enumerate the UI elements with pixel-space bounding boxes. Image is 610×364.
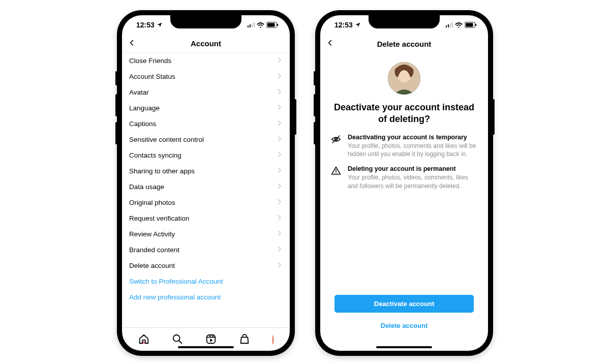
tab-profile[interactable]: [272, 336, 273, 345]
back-button[interactable]: [128, 39, 135, 48]
list-item-label: Delete account: [129, 262, 175, 269]
link-add-professional[interactable]: Add new professional account: [122, 289, 290, 305]
list-item-label: Close Friends: [129, 57, 171, 65]
location-icon: [157, 22, 163, 28]
item-account-status[interactable]: Account Status: [122, 69, 290, 84]
phone-right: 12:53 Delete account: [315, 10, 493, 356]
svg-line-15: [332, 136, 340, 143]
info-row-delete: Deleting your account is permanent Your …: [330, 165, 478, 190]
item-language[interactable]: Language: [122, 100, 290, 116]
list-item-label: Review Activity: [129, 230, 175, 238]
warning-icon: [330, 165, 342, 190]
chevron-right-icon: [278, 73, 282, 80]
status-time: 12:53: [136, 21, 155, 29]
wifi-icon: [257, 22, 264, 28]
list-item-label: Account Status: [129, 73, 175, 80]
item-avatar[interactable]: Avatar: [122, 84, 290, 100]
deactivate-heading: Deactivate your account instead of delet…: [330, 102, 478, 125]
item-request-verification[interactable]: Request verification: [122, 210, 290, 226]
delete-account-content: Deactivate your account instead of delet…: [320, 53, 488, 351]
svg-rect-5: [207, 335, 216, 343]
home-indicator[interactable]: [178, 346, 234, 348]
list-item-label: Avatar: [129, 88, 149, 96]
list-item-label: Sensitive content control: [129, 136, 204, 143]
status-time: 12:53: [334, 21, 353, 29]
screen-right: 12:53 Delete account: [320, 15, 488, 351]
home-indicator[interactable]: [376, 346, 432, 348]
nav-header: Delete account: [320, 35, 488, 53]
battery-icon: [266, 22, 279, 28]
tab-reels[interactable]: [205, 333, 217, 347]
nav-header: Account: [122, 35, 290, 53]
list-item-label: Original photos: [129, 199, 175, 206]
delete-button[interactable]: Delete account: [334, 317, 474, 335]
item-sharing-apps[interactable]: Sharing to other apps: [122, 163, 290, 179]
item-branded-content[interactable]: Branded content: [122, 242, 290, 258]
svg-rect-11: [475, 24, 476, 26]
info-heading: Deleting your account is permanent: [348, 165, 478, 172]
chevron-right-icon: [278, 136, 282, 143]
svg-rect-10: [466, 23, 473, 26]
item-contacts-syncing[interactable]: Contacts syncing: [122, 147, 290, 163]
list-item-label: Captions: [129, 120, 156, 128]
chevron-right-icon: [278, 104, 282, 112]
svg-point-17: [336, 173, 337, 174]
chevron-right-icon: [278, 88, 282, 96]
chevron-right-icon: [278, 57, 282, 65]
list-item-label: Contacts syncing: [129, 151, 181, 159]
info-sub: Your profile, photos, videos, comments, …: [348, 173, 478, 190]
page-title: Delete account: [377, 40, 432, 48]
list-item-label: Data usage: [129, 183, 164, 191]
item-captions[interactable]: Captions: [122, 116, 290, 132]
item-data-usage[interactable]: Data usage: [122, 179, 290, 195]
info-row-deactivate: Deactivating your account is temporary Y…: [330, 134, 478, 158]
list-item-label: Language: [129, 104, 160, 112]
cellular-icon: [446, 22, 453, 27]
info-heading: Deactivating your account is temporary: [348, 134, 478, 141]
page-title: Account: [191, 39, 221, 48]
phone-left: 12:53 Account Close Friend: [117, 10, 295, 356]
item-sensitive-content[interactable]: Sensitive content control: [122, 132, 290, 147]
wifi-icon: [455, 22, 463, 28]
item-delete-account[interactable]: Delete account: [122, 258, 290, 274]
list-item-label: Branded content: [129, 246, 179, 254]
chevron-right-icon: [278, 183, 282, 191]
screen-left: 12:53 Account Close Friend: [122, 15, 290, 351]
item-original-photos[interactable]: Original photos: [122, 195, 290, 210]
tab-search[interactable]: [172, 333, 183, 347]
battery-icon: [465, 22, 477, 28]
tab-shop[interactable]: [239, 333, 250, 347]
notch: [369, 15, 440, 28]
eye-off-icon: [330, 134, 342, 158]
link-switch-professional[interactable]: Switch to Professional Account: [122, 274, 290, 289]
cellular-icon: [248, 22, 255, 27]
back-button[interactable]: [326, 39, 333, 48]
info-sub: Your profile, photos, comments and likes…: [348, 142, 478, 158]
profile-avatar: [388, 62, 420, 95]
svg-rect-2: [277, 24, 278, 26]
item-review-activity[interactable]: Review Activity: [122, 226, 290, 242]
avatar-icon: [272, 335, 273, 345]
location-icon: [355, 22, 361, 28]
list-item-label: Sharing to other apps: [129, 167, 195, 175]
settings-list[interactable]: Close Friends Account Status Avatar Lang…: [122, 53, 290, 327]
item-close-friends[interactable]: Close Friends: [122, 53, 290, 69]
svg-line-4: [179, 340, 182, 343]
chevron-right-icon: [278, 120, 282, 128]
chevron-right-icon: [278, 199, 282, 206]
chevron-right-icon: [278, 262, 282, 269]
chevron-right-icon: [278, 215, 282, 222]
chevron-right-icon: [278, 230, 282, 238]
list-item-label: Request verification: [129, 215, 190, 222]
chevron-right-icon: [278, 151, 282, 159]
svg-rect-1: [267, 23, 275, 26]
notch: [170, 15, 241, 28]
chevron-right-icon: [278, 246, 282, 254]
chevron-right-icon: [278, 167, 282, 175]
tab-home[interactable]: [138, 333, 149, 347]
deactivate-button[interactable]: Deactivate account: [334, 295, 474, 313]
